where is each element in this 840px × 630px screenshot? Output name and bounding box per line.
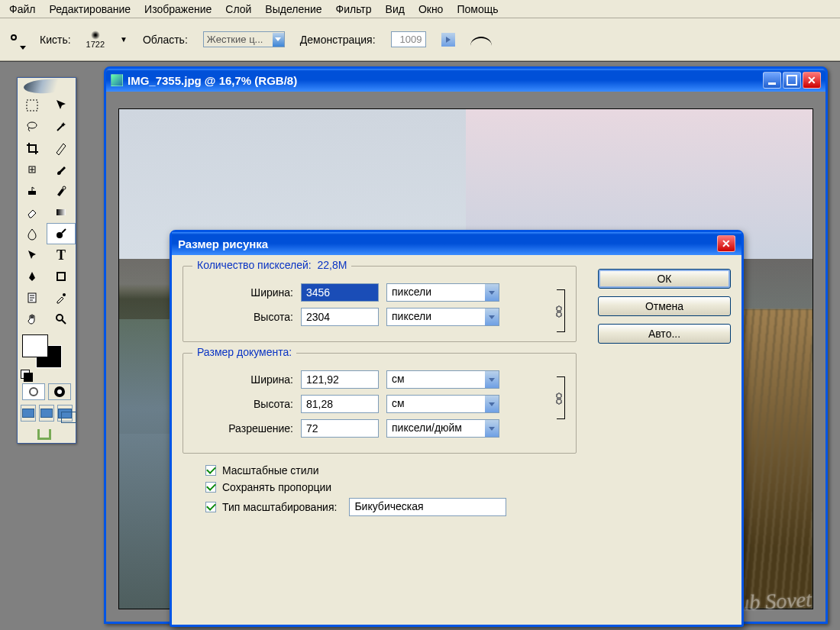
document-app-icon: [111, 74, 123, 86]
brush-preset-picker[interactable]: 1722: [86, 31, 105, 49]
tool-brush[interactable]: [47, 159, 76, 180]
color-swatches[interactable]: [21, 333, 73, 373]
tool-zoom[interactable]: [47, 309, 76, 330]
area-combo[interactable]: [203, 31, 285, 47]
quickmask-mode-button[interactable]: [48, 383, 71, 400]
menu-edit[interactable]: Редактирование: [43, 1, 137, 18]
doc-close-button[interactable]: [803, 72, 821, 89]
tool-shape[interactable]: [47, 266, 76, 287]
screen-mode-full-menubar[interactable]: [39, 405, 54, 422]
chain-icon[interactable]: [554, 392, 564, 405]
height-px-label: Высота:: [192, 311, 293, 323]
tool-blur[interactable]: [18, 223, 47, 244]
height-cm-input[interactable]: [301, 395, 379, 413]
demo-play-icon[interactable]: [441, 33, 455, 47]
doc-maximize-button[interactable]: [783, 72, 801, 89]
doc-minimize-button[interactable]: [763, 72, 781, 89]
screen-mode-standard[interactable]: [21, 405, 36, 422]
image-size-dialog: Размер рисунка ОК Отмена Авто... Количес…: [170, 230, 744, 627]
tool-dodge[interactable]: [47, 223, 76, 244]
tool-slice[interactable]: [47, 137, 76, 159]
menu-view[interactable]: Вид: [380, 1, 411, 18]
chevron-down-icon[interactable]: [485, 420, 499, 437]
height-cm-unit-combo[interactable]: см: [386, 395, 499, 413]
resolution-unit-combo[interactable]: пиксели/дюйм: [386, 419, 499, 438]
tool-pen[interactable]: [18, 266, 47, 287]
menu-select[interactable]: Выделение: [259, 1, 328, 18]
scale-styles-checkbox[interactable]: [205, 465, 216, 476]
height-px-unit-combo[interactable]: пиксели: [386, 308, 499, 326]
width-cm-input[interactable]: [301, 370, 379, 389]
tool-eraser[interactable]: [18, 202, 47, 223]
tool-notes[interactable]: [18, 287, 47, 309]
screen-mode-full[interactable]: [57, 405, 73, 422]
dialog-close-button[interactable]: [717, 235, 735, 252]
tool-crop[interactable]: [18, 137, 47, 159]
width-cm-label: Ширина:: [192, 373, 293, 386]
scale-styles-label: Масштабные стили: [222, 464, 319, 477]
width-cm-unit-combo[interactable]: см: [386, 370, 499, 389]
resample-label: Тип масштабирования:: [222, 501, 337, 513]
jump-to-imageready-icon[interactable]: [37, 429, 51, 440]
svg-point-9: [63, 293, 66, 296]
menu-image[interactable]: Изображение: [138, 1, 218, 18]
resample-method-combo[interactable]: Бикубическая: [349, 498, 506, 516]
constrain-proportions-label: Сохранять пропорции: [222, 481, 331, 493]
palette-header[interactable]: [18, 78, 76, 95]
document-titlebar[interactable]: IMG_7355.jpg @ 16,7% (RGB/8): [106, 69, 825, 92]
chevron-down-icon[interactable]: [485, 396, 499, 412]
ok-button[interactable]: ОК: [598, 269, 731, 289]
demo-value[interactable]: [391, 31, 426, 47]
cancel-button[interactable]: Отмена: [598, 296, 731, 316]
chain-icon[interactable]: [554, 305, 564, 318]
tool-indicator-icon[interactable]: [8, 31, 24, 48]
resolution-unit-value: пиксели/дюйм: [387, 420, 485, 437]
svg-point-1: [27, 122, 37, 128]
chevron-down-icon[interactable]: [485, 371, 499, 388]
standard-mode-button[interactable]: [22, 383, 45, 400]
workspace: T IMG_7355.jpg: [0, 61, 840, 630]
constrain-link-icon: [542, 289, 565, 332]
height-px-input[interactable]: [301, 308, 379, 326]
area-combo-value[interactable]: [204, 32, 273, 47]
width-px-input[interactable]: [301, 283, 379, 302]
resample-method-value: Бикубическая: [350, 499, 506, 515]
tool-marquee[interactable]: [18, 95, 47, 116]
brush-dot-icon: [91, 31, 100, 40]
tool-move[interactable]: [47, 95, 76, 116]
tool-gradient[interactable]: [47, 202, 76, 223]
resample-checkbox[interactable]: [205, 502, 216, 512]
tool-hand[interactable]: [18, 309, 47, 330]
area-dropdown-icon[interactable]: [273, 33, 284, 47]
document-size-group: Размер документа: Ширина: см Высота: см: [183, 353, 577, 454]
auto-button[interactable]: Авто...: [598, 324, 731, 344]
area-label: Область:: [143, 34, 188, 46]
menu-filter[interactable]: Фильтр: [330, 1, 378, 18]
menu-window[interactable]: Окно: [412, 1, 450, 18]
resolution-label: Разрешение:: [192, 422, 293, 435]
height-cm-unit-value: см: [387, 396, 485, 412]
menu-file[interactable]: Файл: [3, 1, 41, 18]
brush-picker-dropdown-icon[interactable]: ▼: [120, 35, 128, 44]
stroke-preview-icon[interactable]: [470, 32, 492, 47]
constrain-proportions-checkbox[interactable]: [205, 482, 216, 493]
menu-help[interactable]: Помощь: [451, 1, 504, 18]
tool-eyedropper[interactable]: [47, 287, 76, 309]
tool-healing-brush[interactable]: [18, 159, 47, 180]
resolution-input[interactable]: [301, 419, 379, 438]
pixel-dimensions-value: 22,8M: [318, 259, 347, 271]
tool-clone-stamp[interactable]: [18, 180, 47, 202]
tool-path-select[interactable]: [18, 244, 47, 266]
default-colors-icon-bg: [24, 373, 33, 382]
foreground-color-swatch[interactable]: [22, 334, 48, 357]
width-px-unit-combo[interactable]: пиксели: [386, 283, 499, 302]
tool-type[interactable]: T: [47, 244, 76, 266]
tool-lasso[interactable]: [18, 116, 47, 137]
svg-rect-0: [27, 100, 37, 111]
menu-layer[interactable]: Слой: [219, 1, 257, 18]
chevron-down-icon[interactable]: [485, 284, 499, 301]
tool-magic-wand[interactable]: [47, 116, 76, 137]
dialog-titlebar[interactable]: Размер рисунка: [172, 232, 741, 255]
chevron-down-icon[interactable]: [485, 309, 499, 325]
tool-history-brush[interactable]: [47, 180, 76, 202]
